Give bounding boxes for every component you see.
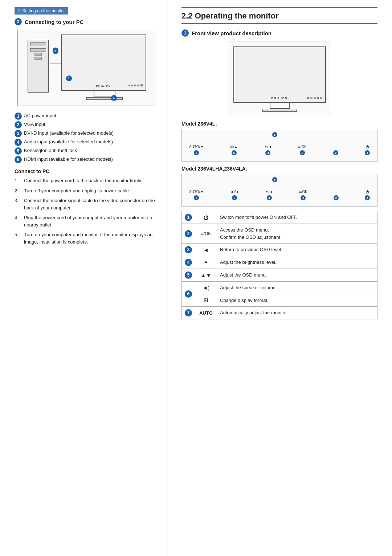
list-item: 6 HDMI input (available for selected mod… <box>15 156 158 163</box>
connection-illustration: 3 2 PHILIPS <box>17 30 155 106</box>
input-num-1: 1 <box>15 113 22 120</box>
btn-row-model2: AUTO/▼ 7 ◄)/▲ 6 ✦/◄ 4 ≡/OK 3 2 <box>189 190 370 200</box>
func-icon-4: ✦ <box>195 256 217 269</box>
divider <box>181 7 377 8</box>
func-icon-5: ▲▼ <box>195 269 217 282</box>
button-diagram-model1: 5 AUTO/▼ 7 ⊞/▲ 6 ✦/◄ 4 ≡/OK 3 <box>181 129 377 162</box>
func-icon-6a: ◄) <box>195 282 217 294</box>
page-container: 2. Setting up the monitor 3 Connecting t… <box>0 0 392 556</box>
func-desc-1: Switch monitor's power ON and OFF. <box>217 211 377 224</box>
func-desc-4: Adjust the brightness level. <box>217 256 377 269</box>
left-column: 2. Setting up the monitor 3 Connecting t… <box>0 0 167 556</box>
connect-pc-heading: Connect to PC <box>15 168 158 174</box>
btn-num-3-m2: 3 <box>301 195 306 200</box>
func-desc-6a: Adjust the speaker volume. <box>217 282 377 294</box>
btn-square-m1: ⊞/▲ 6 <box>230 145 238 155</box>
input-desc-5: Kensington anti-theft lock <box>24 147 77 154</box>
model1-label: Model 236V4L: <box>181 121 377 127</box>
front-view-illustration: PHILIPS <box>227 41 332 115</box>
table-row-5: 5 ▲▼ Adjust the OSD menu. <box>182 269 377 282</box>
breadcrumb: 2. Setting up the monitor <box>15 7 68 15</box>
btn-auto-m2: AUTO/▼ 7 <box>189 190 204 200</box>
right-column: 2.2 Operating the monitor 1 Front view p… <box>167 0 392 556</box>
func-icon-7: AUTO <box>195 307 217 319</box>
btn-bright-m1: ✦/◄ 4 <box>264 145 272 155</box>
section-title-connecting: Connecting to your PC <box>25 19 84 25</box>
func-desc-5: Adjust the OSD menu. <box>217 269 377 282</box>
func-num-4: 4 <box>182 256 195 269</box>
btn-num-6-m1: 6 <box>232 150 237 155</box>
btn-power-m2: ⏻ 1 <box>365 190 370 200</box>
btn-back-m2: 2 <box>334 190 339 200</box>
func-num-7: 7 <box>182 307 195 319</box>
step-2: Turn off your computer and unplug its po… <box>15 187 158 195</box>
section-num: 3 <box>15 18 22 25</box>
list-item: 2 VGA input <box>15 121 158 128</box>
step-5: Turn on your computer and monitor. If th… <box>15 231 158 245</box>
button-diagram-model2: 5 AUTO/▼ 7 ◄)/▲ 6 ✦/◄ 4 ≡/OK 3 <box>181 174 377 207</box>
btn-num-4-m1: 4 <box>265 150 270 155</box>
btn-num-7-m1: 7 <box>194 150 199 155</box>
btn-num-1-m1: 1 <box>365 150 370 155</box>
btn-num-7-m2: 7 <box>194 195 199 200</box>
table-row-3: 3 ◄ Return to previous OSD level. <box>182 244 377 256</box>
step-3: Connect the monitor signal cable to the … <box>15 197 158 211</box>
table-row-6b: ⊞ Change display format. <box>182 294 377 307</box>
input-desc-6: HDMI input (available for selected model… <box>24 156 113 163</box>
step-1: Connect the power cord to the back of th… <box>15 177 158 184</box>
btn-num-3-m1: 3 <box>300 150 305 155</box>
btn-num-2-m1: 2 <box>333 150 338 155</box>
btn-vol-m2: ◄)/▲ 6 <box>230 190 239 200</box>
func-icon-3: ◄ <box>195 244 217 256</box>
btn-power-m1: ⏻ 1 <box>365 145 370 155</box>
btn-back-m1: 2 <box>333 145 338 155</box>
btn-num-5-m1: 5 <box>272 132 277 137</box>
list-item: 3 DVI-D input (available for selected mo… <box>15 130 158 137</box>
func-num-6: 6 <box>182 282 195 307</box>
table-row-6a: 6 ◄) Adjust the speaker volume. <box>182 282 377 294</box>
ill-label-port-1: 1 <box>66 75 72 81</box>
func-num-5: 5 <box>182 269 195 282</box>
model2-label: Model 236V4LHA,236V4LA: <box>181 166 377 172</box>
btn-auto-m1: AUTO/▼ 7 <box>189 145 204 155</box>
function-table: 1 ⏻ Switch monitor's power ON and OFF. 2… <box>181 211 377 319</box>
list-item: 5 Kensington anti-theft lock <box>15 147 158 155</box>
ill-label-2: 2 <box>53 48 58 54</box>
step-4: Plug the power cord of your computer and… <box>15 214 158 228</box>
section-heading-connecting: 3 Connecting to your PC <box>15 18 158 25</box>
func-icon-1: ⏻ <box>195 211 217 224</box>
front-view-num: 1 <box>181 29 189 37</box>
input-num-6: 6 <box>15 156 22 163</box>
func-icon-6b: ⊞ <box>195 294 217 307</box>
table-row-1: 1 ⏻ Switch monitor's power ON and OFF. <box>182 211 377 224</box>
input-num-3: 3 <box>15 130 22 137</box>
input-desc-3: DVI-D input (available for selected mode… <box>24 130 114 136</box>
table-row-7: 7 AUTO Automatically adjust the monitor. <box>182 307 377 319</box>
func-desc-6b: Change display format. <box>217 294 377 307</box>
list-item: 1 AC power input <box>15 113 158 120</box>
btn-num-2-m2: 2 <box>334 195 339 200</box>
input-num-5: 5 <box>15 147 22 155</box>
func-desc-7: Automatically adjust the monitor. <box>217 307 377 319</box>
front-view-title: Front view product description <box>192 30 271 36</box>
btn-row-model1: AUTO/▼ 7 ⊞/▲ 6 ✦/◄ 4 ≡/OK 3 2 <box>189 145 370 155</box>
input-num-4: 4 <box>15 139 22 146</box>
btn-menu-m1: ≡/OK 3 <box>298 145 307 155</box>
btn-menu-m2: ≡/OK 3 <box>299 190 307 200</box>
btn-num-4-m2: 4 <box>267 195 272 200</box>
func-num-2: 2 <box>182 224 195 244</box>
section-title-main: 2.2 Operating the monitor <box>181 11 377 24</box>
btn-bright-m2: ✦/◄ 4 <box>265 190 273 200</box>
ill-label-1: 1 <box>111 95 117 101</box>
front-view-heading: 1 Front view product description <box>181 29 377 37</box>
func-num-1: 1 <box>182 211 195 224</box>
func-num-3: 3 <box>182 244 195 256</box>
table-row-4: 4 ✦ Adjust the brightness level. <box>182 256 377 269</box>
input-desc-2: VGA input <box>24 121 45 128</box>
func-icon-2: ≡/OK <box>195 224 217 244</box>
input-desc-1: AC power input <box>24 113 56 119</box>
func-desc-3: Return to previous OSD level. <box>217 244 377 256</box>
list-item: 4 Audio input (available for selected mo… <box>15 139 158 146</box>
btn-num-1-m2: 1 <box>365 195 370 200</box>
table-row-2: 2 ≡/OK Access the OSD menu.Confirm the O… <box>182 224 377 244</box>
